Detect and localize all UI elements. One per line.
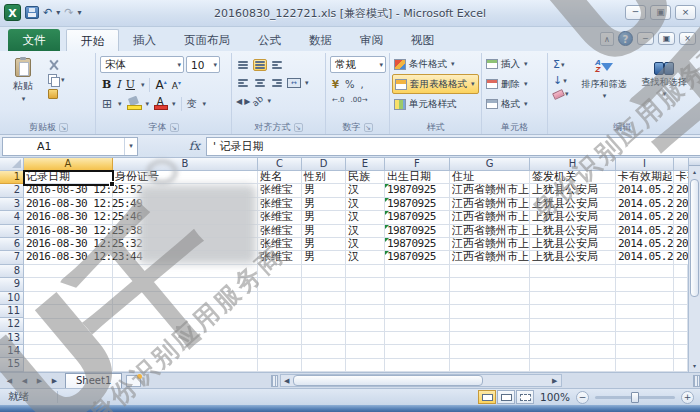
fill-icon[interactable]: ↓ bbox=[553, 74, 562, 87]
name-box-dropdown-icon[interactable]: ▾ bbox=[124, 138, 137, 155]
paste-dropdown-icon[interactable]: ▾ bbox=[22, 95, 26, 103]
cell-d1[interactable]: 性别 bbox=[302, 171, 346, 184]
cell-sex[interactable]: 男 bbox=[302, 225, 346, 238]
cell-f1[interactable]: 出生日期 bbox=[385, 171, 450, 184]
cell-e1[interactable]: 民族 bbox=[346, 171, 385, 184]
vertical-scroll-thumb[interactable] bbox=[690, 179, 699, 297]
cell-valid-to[interactable]: 203 bbox=[674, 198, 688, 211]
cell-valid-to[interactable]: 203 bbox=[674, 225, 688, 238]
cell-address[interactable]: 江西省赣州市上犹 bbox=[450, 198, 530, 211]
column-header-h[interactable]: H bbox=[530, 158, 616, 171]
cell-styles-button[interactable]: 单元格样式 bbox=[392, 94, 479, 114]
row-header[interactable]: 8 bbox=[0, 265, 24, 278]
column-header-c[interactable]: C bbox=[258, 158, 302, 171]
font-color-dropdown-icon[interactable]: ▾ bbox=[172, 100, 176, 108]
cell-record-time[interactable]: 2016-08-30 12:25:32 bbox=[24, 238, 113, 251]
cell-name[interactable]: 张维宝 bbox=[258, 225, 302, 238]
tab-view[interactable]: 视图 bbox=[397, 29, 448, 51]
decrease-decimal-icon[interactable]: .00→ bbox=[351, 96, 368, 104]
increase-decimal-icon[interactable]: ←.0 bbox=[332, 96, 345, 104]
font-dialog-launcher[interactable]: ↘ bbox=[170, 123, 179, 132]
cell-sex[interactable]: 男 bbox=[302, 238, 346, 251]
cell-record-time[interactable]: 2016-08-30 12:25:49 bbox=[24, 198, 113, 211]
close-button[interactable]: × bbox=[675, 5, 696, 20]
tab-split-handle[interactable] bbox=[271, 375, 278, 387]
tab-insert[interactable]: 插入 bbox=[119, 29, 170, 51]
cell-j1[interactable]: 卡有 bbox=[674, 171, 688, 184]
cell-record-time[interactable]: 2016-08-30 12:25:46 bbox=[24, 211, 113, 224]
merge-center-icon[interactable]: ↔ bbox=[287, 78, 301, 88]
delete-cells-button[interactable]: 删除▾ bbox=[484, 74, 545, 94]
horizontal-split-handle[interactable] bbox=[693, 375, 700, 387]
tab-home[interactable]: 开始 bbox=[66, 29, 119, 51]
cell-sex[interactable]: 男 bbox=[302, 198, 346, 211]
cell-issuer[interactable]: 上犹县公安局 bbox=[530, 225, 616, 238]
cell-valid-from[interactable]: 2014.05.2 bbox=[616, 225, 674, 238]
cell-birth[interactable]: 19870925 bbox=[385, 238, 450, 251]
underline-button[interactable]: U bbox=[126, 78, 135, 91]
row-header[interactable]: 11 bbox=[0, 305, 24, 318]
cell-address[interactable]: 江西省赣州市上犹 bbox=[450, 251, 530, 264]
copy-dropdown-icon[interactable]: ▾ bbox=[61, 76, 65, 84]
format-painter-icon[interactable] bbox=[48, 89, 58, 99]
increase-indent-icon[interactable]: ▶ bbox=[244, 97, 249, 106]
clear-icon[interactable] bbox=[552, 89, 565, 100]
vertical-scrollbar[interactable]: ▴ ▾ bbox=[688, 158, 700, 372]
clipboard-dialog-launcher[interactable]: ↘ bbox=[59, 123, 68, 132]
row-header[interactable]: 15 bbox=[0, 358, 24, 371]
row-header[interactable]: 9 bbox=[0, 278, 24, 291]
cell-issuer[interactable]: 上犹县公安局 bbox=[530, 211, 616, 224]
bold-button[interactable]: B bbox=[102, 78, 111, 91]
column-header-g[interactable]: G bbox=[450, 158, 530, 171]
cell-valid-to[interactable]: 203 bbox=[674, 211, 688, 224]
zoom-out-button[interactable]: − bbox=[576, 391, 589, 404]
cell-name[interactable]: 张维宝 bbox=[258, 251, 302, 264]
cell-nation[interactable]: 汉 bbox=[346, 184, 385, 197]
zoom-in-button[interactable]: + bbox=[681, 391, 694, 404]
zoom-slider[interactable] bbox=[595, 396, 675, 399]
workbook-restore-button[interactable]: ▣ bbox=[658, 32, 675, 45]
row-header[interactable]: 12 bbox=[0, 318, 24, 331]
column-header-e[interactable]: E bbox=[346, 158, 385, 171]
number-dialog-launcher[interactable]: ↘ bbox=[364, 123, 373, 132]
minimize-button[interactable]: ─ bbox=[625, 5, 646, 20]
formula-input[interactable]: ' 记录日期 bbox=[206, 137, 700, 156]
decrease-indent-icon[interactable]: ◀ bbox=[236, 97, 241, 106]
row-header[interactable]: 13 bbox=[0, 332, 24, 345]
cell-sex[interactable]: 男 bbox=[302, 251, 346, 264]
row-header[interactable]: 4 bbox=[0, 211, 24, 224]
cell-name[interactable]: 张维宝 bbox=[258, 198, 302, 211]
font-size-select[interactable]: 10▾ bbox=[186, 56, 220, 73]
shrink-font-button[interactable]: A▾ bbox=[172, 79, 181, 91]
name-box[interactable]: A1▾ bbox=[2, 137, 138, 156]
cell-nation[interactable]: 汉 bbox=[346, 238, 385, 251]
cell-birth[interactable]: 19870925 bbox=[385, 211, 450, 224]
scroll-up-icon[interactable]: ▴ bbox=[689, 166, 700, 178]
cell-record-time[interactable]: 2016-08-30 12:25:52 bbox=[24, 184, 113, 197]
row-header[interactable]: 3 bbox=[0, 198, 24, 211]
cell-issuer[interactable]: 上犹县公安局 bbox=[530, 251, 616, 264]
last-sheet-icon[interactable]: ▶ bbox=[48, 375, 61, 387]
tab-data[interactable]: 数据 bbox=[295, 29, 346, 51]
insert-worksheet-button[interactable] bbox=[126, 375, 141, 387]
cell-nation[interactable]: 汉 bbox=[346, 225, 385, 238]
fill-color-button[interactable] bbox=[127, 97, 140, 110]
normal-view-button[interactable] bbox=[478, 390, 496, 404]
grow-font-button[interactable]: A▴ bbox=[155, 78, 166, 92]
next-sheet-icon[interactable]: ▶ bbox=[33, 375, 46, 387]
empty-grid-cells[interactable] bbox=[24, 265, 688, 372]
cell-i1[interactable]: 卡有效期起 bbox=[616, 171, 674, 184]
cell-name[interactable]: 张维宝 bbox=[258, 238, 302, 251]
sheet-tab-sheet1[interactable]: Sheet1 bbox=[65, 373, 122, 388]
cell-issuer[interactable]: 上犹县公安局 bbox=[530, 184, 616, 197]
restore-button[interactable]: ▣ bbox=[650, 5, 671, 20]
cell-name[interactable]: 张维宝 bbox=[258, 184, 302, 197]
comma-style-icon[interactable]: , bbox=[360, 79, 363, 90]
format-as-table-button[interactable]: 套用表格格式▾ bbox=[392, 74, 479, 94]
row-header[interactable]: 5 bbox=[0, 225, 24, 238]
alignment-dialog-launcher[interactable]: ↘ bbox=[294, 123, 303, 132]
insert-cells-button[interactable]: 插入▾ bbox=[484, 54, 545, 74]
row-header[interactable]: 6 bbox=[0, 238, 24, 251]
format-cells-button[interactable]: 格式▾ bbox=[484, 94, 545, 114]
tab-formulas[interactable]: 公式 bbox=[244, 29, 295, 51]
